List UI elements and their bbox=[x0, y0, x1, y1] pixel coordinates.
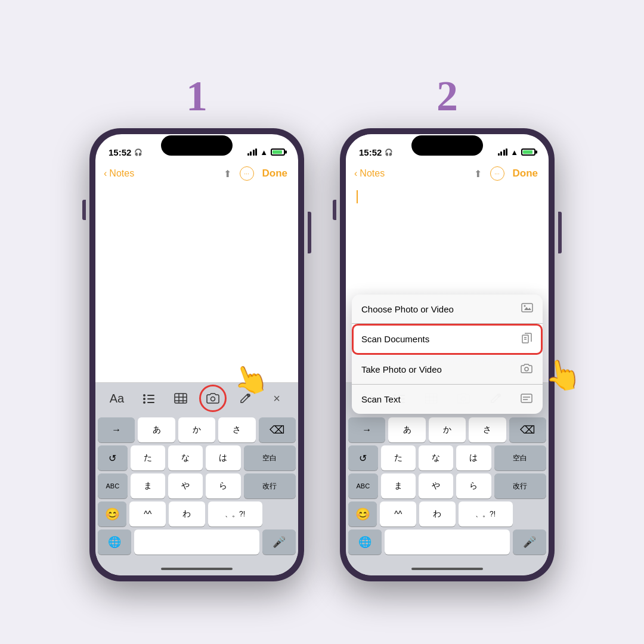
key-ha[interactable]: は bbox=[206, 445, 240, 470]
key-punctuation[interactable]: 、。?! bbox=[208, 501, 262, 527]
nav-bar-1: ‹ Notes ⬆ ··· Done bbox=[95, 164, 298, 185]
key2-ka[interactable]: か bbox=[429, 417, 466, 442]
key2-ya[interactable]: や bbox=[419, 473, 453, 499]
step-2-wrapper: 2 15:52 🎧 bbox=[340, 75, 555, 581]
key2-ra[interactable]: ら bbox=[456, 473, 491, 499]
key-ya[interactable]: や bbox=[168, 473, 203, 499]
note-content-2 bbox=[346, 185, 549, 289]
more-icon-1[interactable]: ··· bbox=[240, 166, 254, 181]
key2-wa[interactable]: わ bbox=[419, 501, 456, 527]
toolbar-aa-1[interactable]: Aa bbox=[107, 389, 126, 408]
svg-rect-13 bbox=[522, 304, 532, 312]
key-abc[interactable]: ABC bbox=[98, 473, 128, 499]
key-a[interactable]: あ bbox=[138, 417, 175, 442]
key2-empty bbox=[516, 501, 547, 527]
scan-text-icon bbox=[520, 393, 533, 405]
nav-actions-2: ⬆ ··· Done bbox=[474, 166, 538, 181]
key-kuhaku[interactable]: 空白 bbox=[244, 445, 296, 470]
svg-point-4 bbox=[143, 401, 145, 404]
done-button-2[interactable]: Done bbox=[513, 168, 538, 179]
signal-bars-2 bbox=[498, 148, 508, 156]
key2-ha[interactable]: は bbox=[456, 445, 491, 470]
note-content-1 bbox=[95, 185, 298, 382]
keyboard-2-row-3: ABC ま や ら 改行 bbox=[348, 473, 546, 499]
take-photo-icon bbox=[520, 363, 533, 376]
nav-actions-1: ⬆ ··· Done bbox=[224, 166, 288, 181]
key2-emoji[interactable]: 😊 bbox=[348, 501, 377, 527]
key2-undo[interactable]: ↺ bbox=[348, 445, 378, 470]
key-wa[interactable]: わ bbox=[169, 501, 205, 527]
step-1-number: 1 bbox=[186, 75, 208, 117]
key-caret[interactable]: ^^ bbox=[129, 501, 166, 527]
key2-ta[interactable]: た bbox=[381, 445, 416, 470]
share-icon-1[interactable]: ⬆ bbox=[224, 168, 231, 179]
status-icons-2: ▲ bbox=[498, 148, 535, 157]
phone-1: 15:52 🎧 ▲ bbox=[89, 128, 304, 581]
toolbar-list-1[interactable] bbox=[140, 389, 159, 408]
key-na[interactable]: な bbox=[168, 445, 203, 470]
key-undo[interactable]: ↺ bbox=[98, 445, 128, 470]
key-emoji[interactable]: 😊 bbox=[98, 501, 126, 527]
keyboard-2: → あ か さ ⌫ ↺ た な は 空白 ABC bbox=[346, 414, 549, 562]
scan-documents-icon bbox=[521, 332, 533, 346]
key-mic[interactable]: 🎤 bbox=[262, 530, 296, 555]
popup-scan-documents[interactable]: Scan Documents bbox=[352, 324, 543, 355]
svg-point-2 bbox=[143, 398, 145, 400]
key-arrow[interactable]: → bbox=[98, 417, 135, 442]
back-chevron-1: ‹ bbox=[104, 168, 107, 179]
key2-caret[interactable]: ^^ bbox=[380, 501, 416, 527]
key2-return[interactable]: 改行 bbox=[494, 473, 546, 499]
keyboard-2-row-5: 🌐 🎤 bbox=[348, 530, 546, 555]
take-photo-label: Take Photo or Video bbox=[361, 364, 442, 374]
key-sa[interactable]: さ bbox=[218, 417, 255, 442]
key2-mic[interactable]: 🎤 bbox=[513, 530, 546, 555]
text-cursor bbox=[357, 190, 358, 203]
key-delete[interactable]: ⌫ bbox=[259, 417, 296, 442]
nav-back-2[interactable]: ‹ Notes bbox=[354, 168, 385, 179]
keyboard-1: → あ か さ ⌫ ↺ た な は 空白 ABC bbox=[95, 414, 298, 562]
key2-globe[interactable]: 🌐 bbox=[348, 530, 382, 555]
svg-point-0 bbox=[143, 394, 145, 397]
share-icon-2[interactable]: ⬆ bbox=[474, 168, 482, 179]
key-space[interactable] bbox=[134, 530, 259, 555]
scan-text-label: Scan Text bbox=[361, 394, 401, 404]
nav-back-1[interactable]: ‹ Notes bbox=[104, 168, 134, 179]
key2-a[interactable]: あ bbox=[388, 417, 425, 442]
keyboard-row-3: ABC ま や ら 改行 bbox=[98, 473, 296, 499]
keyboard-row-2: ↺ た な は 空白 bbox=[98, 445, 296, 470]
toolbar-close-1[interactable]: × bbox=[267, 389, 286, 408]
toolbar-camera-wrapper-1[interactable] bbox=[203, 389, 222, 408]
popup-take-photo[interactable]: Take Photo or Video bbox=[352, 355, 543, 385]
keyboard-row-4: 😊 ^^ わ 、。?! bbox=[98, 501, 296, 527]
key2-na[interactable]: な bbox=[419, 445, 453, 470]
key-return[interactable]: 改行 bbox=[244, 473, 296, 499]
key-ra[interactable]: ら bbox=[206, 473, 240, 499]
popup-scan-text[interactable]: Scan Text bbox=[352, 385, 543, 414]
key2-punctuation[interactable]: 、。?! bbox=[459, 501, 513, 527]
key-ma[interactable]: ま bbox=[131, 473, 165, 499]
key2-delete[interactable]: ⌫ bbox=[509, 417, 546, 442]
key2-ma[interactable]: ま bbox=[381, 473, 416, 499]
keyboard-row-1: → あ か さ ⌫ bbox=[98, 417, 296, 442]
key2-space[interactable] bbox=[385, 530, 510, 555]
more-icon-2[interactable]: ··· bbox=[490, 166, 504, 181]
nav-back-text-2: Notes bbox=[360, 168, 385, 179]
key2-kuhaku[interactable]: 空白 bbox=[494, 445, 546, 470]
keyboard-2-row-1: → あ か さ ⌫ bbox=[348, 417, 546, 442]
key-globe[interactable]: 🌐 bbox=[98, 530, 131, 555]
popup-menu: Choose Photo or Video Scan Documents bbox=[352, 295, 543, 414]
key2-abc[interactable]: ABC bbox=[348, 473, 378, 499]
status-time-1: 15:52 🎧 bbox=[109, 147, 143, 157]
done-button-1[interactable]: Done bbox=[262, 168, 288, 179]
key2-arrow[interactable]: → bbox=[348, 417, 385, 442]
choose-photo-icon bbox=[521, 303, 533, 315]
key-ka[interactable]: か bbox=[178, 417, 215, 442]
battery-icon-2 bbox=[521, 148, 535, 156]
key-ta[interactable]: た bbox=[131, 445, 165, 470]
svg-rect-6 bbox=[175, 394, 187, 403]
home-indicator-2 bbox=[346, 562, 549, 575]
toolbar-table-1[interactable] bbox=[171, 389, 190, 408]
keyboard-2-row-4: 😊 ^^ わ 、。?! bbox=[348, 501, 546, 527]
key2-sa[interactable]: さ bbox=[469, 417, 506, 442]
popup-choose-photo[interactable]: Choose Photo or Video bbox=[352, 295, 543, 324]
